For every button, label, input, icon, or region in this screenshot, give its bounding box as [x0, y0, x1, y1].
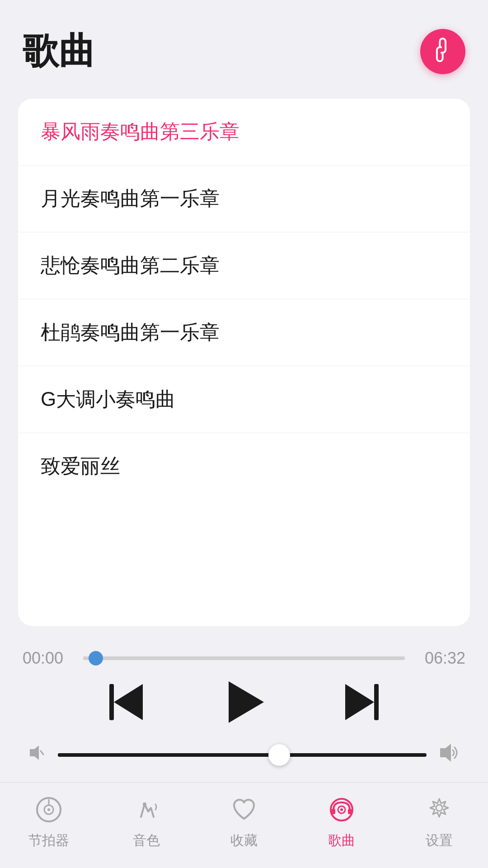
progress-track[interactable] — [83, 656, 405, 660]
timbre-icon — [128, 792, 164, 828]
metronome-icon — [31, 792, 67, 828]
link-icon — [425, 34, 460, 69]
songs-icon — [324, 792, 360, 828]
nav-label-settings: 设置 — [426, 831, 453, 850]
volume-high-icon — [437, 741, 461, 769]
playback-row — [23, 677, 465, 727]
progress-thumb[interactable] — [89, 651, 103, 665]
link-button[interactable] — [420, 29, 465, 74]
page-title: 歌曲 — [23, 27, 95, 76]
song-item-3[interactable]: 悲怆奏鸣曲第二乐章 — [18, 232, 470, 299]
bottom-nav: 节拍器 音色 收藏 — [0, 782, 488, 868]
svg-rect-11 — [332, 809, 335, 814]
nav-label-metronome: 节拍器 — [28, 831, 69, 850]
nav-item-favorites[interactable]: 收藏 — [195, 792, 293, 850]
song-item-6[interactable]: 致爱丽丝 — [18, 433, 470, 500]
nav-label-timbre: 音色 — [133, 831, 160, 850]
song-item-2[interactable]: 月光奏鸣曲第一乐章 — [18, 165, 470, 232]
song-list-card: 暴风雨奏鸣曲第三乐章 月光奏鸣曲第一乐章 悲怆奏鸣曲第二乐章 杜鹃奏鸣曲第一乐章… — [18, 99, 470, 626]
nav-item-metronome[interactable]: 节拍器 — [0, 792, 98, 850]
next-icon — [345, 684, 379, 720]
song-item-5[interactable]: G大调小奏鸣曲 — [18, 366, 470, 433]
current-time: 00:00 — [23, 649, 72, 668]
svg-marker-2 — [440, 744, 451, 762]
next-button[interactable] — [341, 679, 383, 725]
volume-track[interactable] — [58, 753, 427, 757]
header: 歌曲 — [0, 0, 488, 90]
svg-point-10 — [340, 808, 343, 811]
nav-item-songs[interactable]: 歌曲 — [293, 792, 390, 850]
svg-rect-12 — [348, 809, 352, 814]
svg-line-1 — [41, 751, 43, 755]
volume-fill — [58, 753, 279, 757]
prev-icon — [109, 684, 143, 720]
song-item-4[interactable]: 杜鹃奏鸣曲第一乐章 — [18, 299, 470, 366]
play-icon — [229, 681, 264, 723]
nav-item-settings[interactable]: 设置 — [390, 792, 488, 850]
play-button[interactable] — [220, 677, 268, 727]
player-area: 00:00 06:32 — [0, 635, 488, 782]
nav-label-songs: 歌曲 — [328, 831, 355, 850]
favorites-icon — [226, 792, 262, 828]
total-time: 06:32 — [416, 649, 465, 668]
prev-button[interactable] — [105, 679, 147, 725]
progress-row: 00:00 06:32 — [23, 649, 465, 668]
svg-marker-0 — [30, 745, 39, 760]
settings-icon — [421, 792, 457, 828]
svg-marker-13 — [430, 799, 448, 817]
volume-thumb[interactable] — [268, 744, 290, 766]
song-item-1[interactable]: 暴风雨奏鸣曲第三乐章 — [18, 99, 470, 165]
svg-point-5 — [47, 808, 50, 811]
volume-row — [23, 741, 465, 769]
svg-point-14 — [436, 805, 442, 811]
volume-low-icon — [27, 743, 47, 767]
svg-point-7 — [143, 802, 146, 806]
nav-item-timbre[interactable]: 音色 — [98, 792, 195, 850]
nav-label-favorites: 收藏 — [230, 831, 258, 850]
